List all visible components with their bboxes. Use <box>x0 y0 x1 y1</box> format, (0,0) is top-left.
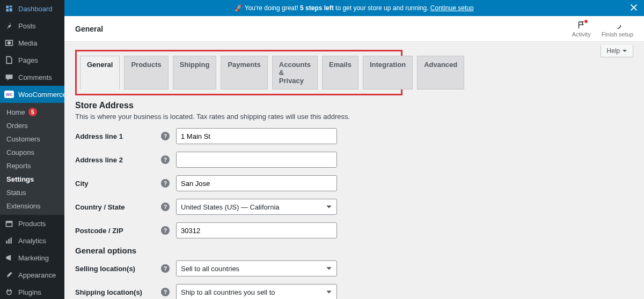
banner-text-suffix: to get your store up and running. <box>335 4 428 12</box>
tab-integration[interactable]: Integration <box>363 56 413 89</box>
row-address2: Address line 2 ? <box>75 152 633 168</box>
sidebar-label: Posts <box>18 22 36 30</box>
continue-setup-link[interactable]: Continue setup <box>430 4 474 12</box>
label-address2: Address line 2 <box>75 156 161 164</box>
svg-point-8 <box>614 21 621 28</box>
chevron-down-icon <box>326 265 332 272</box>
header-actions: Activity Finish setup <box>572 20 633 38</box>
help-icon[interactable]: ? <box>161 264 170 273</box>
sidebar-item-analytics[interactable]: Analytics <box>0 232 64 249</box>
tab-emails[interactable]: Emails <box>322 56 358 89</box>
row-country: Country / State ? United States (US) — C… <box>75 199 633 215</box>
sidebar-label: Appearance <box>18 271 56 279</box>
svg-point-0 <box>8 41 11 44</box>
help-tab[interactable]: Help <box>601 45 633 57</box>
sidebar-item-woocommerce[interactable]: wc WooCommerce <box>0 86 64 103</box>
select-shipping-value: Ship to all countries you sell to <box>181 288 275 296</box>
submenu-item-customers[interactable]: Customers <box>0 132 64 146</box>
sidebar-label: Plugins <box>18 288 41 296</box>
tab-advanced[interactable]: Advanced <box>417 56 464 89</box>
dashboard-icon <box>4 4 14 13</box>
svg-rect-4 <box>6 241 7 244</box>
submenu-label: Home <box>6 108 25 116</box>
home-badge: 5 <box>28 108 37 116</box>
sidebar-item-comments[interactable]: Comments <box>0 69 64 86</box>
row-address1: Address line 1 ? <box>75 128 633 144</box>
woocommerce-submenu: Home 5 Orders Customers Coupons Reports … <box>0 103 64 215</box>
sidebar-item-dashboard[interactable]: Dashboard <box>0 0 64 17</box>
chevron-down-icon <box>622 48 627 54</box>
input-postcode[interactable] <box>176 222 337 238</box>
woocommerce-icon: wc <box>4 89 14 99</box>
sidebar-item-pages[interactable]: Pages <box>0 51 64 69</box>
sidebar-label: Analytics <box>18 237 46 245</box>
select-selling-locations[interactable]: Sell to all countries <box>176 260 337 276</box>
sidebar-item-products[interactable]: Products <box>0 215 64 232</box>
brush-icon <box>4 270 14 280</box>
tab-shipping[interactable]: Shipping <box>173 56 217 89</box>
svg-rect-2 <box>6 221 13 222</box>
store-address-desc: This is where your business is located. … <box>75 113 633 121</box>
submenu-item-home[interactable]: Home 5 <box>0 105 64 119</box>
main-area: 🚀 You're doing great! 5 steps left to ge… <box>64 0 644 299</box>
submenu-item-orders[interactable]: Orders <box>0 119 64 132</box>
activity-button[interactable]: Activity <box>572 20 591 38</box>
submenu-item-coupons[interactable]: Coupons <box>0 146 64 159</box>
help-icon[interactable]: ? <box>161 226 170 235</box>
sidebar-label: Media <box>18 39 37 47</box>
help-icon[interactable]: ? <box>161 132 170 140</box>
sidebar-item-posts[interactable]: Posts <box>0 17 64 34</box>
settings-tabs: General Products Shipping Payments Accou… <box>80 56 398 89</box>
chart-icon <box>4 236 14 245</box>
banner-close-button[interactable] <box>629 3 639 14</box>
rocket-icon: 🚀 <box>235 4 243 12</box>
progress-icon <box>612 20 622 30</box>
submenu-item-settings[interactable]: Settings <box>0 173 64 186</box>
help-icon[interactable]: ? <box>161 203 170 211</box>
select-selling-value: Sell to all countries <box>181 265 239 273</box>
finish-label: Finish setup <box>602 31 633 38</box>
archive-icon <box>4 219 14 228</box>
sidebar-item-appearance[interactable]: Appearance <box>0 266 64 283</box>
comment-icon <box>4 72 14 82</box>
finish-setup-button[interactable]: Finish setup <box>602 20 633 38</box>
tab-accounts-privacy[interactable]: Accounts & Privacy <box>272 56 318 89</box>
help-icon[interactable]: ? <box>161 288 170 296</box>
admin-sidebar: Dashboard Posts Media Pages Comments wc … <box>0 0 64 299</box>
activity-dot-icon <box>584 20 588 23</box>
megaphone-icon <box>4 253 14 263</box>
select-country-value: United States (US) — California <box>181 203 280 211</box>
svg-rect-5 <box>8 239 9 244</box>
sidebar-label: Comments <box>18 73 52 81</box>
sidebar-label: Pages <box>18 56 38 64</box>
tab-payments[interactable]: Payments <box>221 56 267 89</box>
tab-general[interactable]: General <box>80 56 120 89</box>
help-icon[interactable]: ? <box>161 155 170 164</box>
chevron-down-icon <box>326 289 332 295</box>
input-city[interactable] <box>176 175 337 191</box>
content-area: Help General Products Shipping Payments … <box>64 42 644 299</box>
sidebar-item-media[interactable]: Media <box>0 34 64 51</box>
select-country[interactable]: United States (US) — California <box>176 199 337 215</box>
store-address-heading: Store Address <box>75 101 633 110</box>
select-shipping-locations[interactable]: Ship to all countries you sell to <box>176 284 337 299</box>
sidebar-item-marketing[interactable]: Marketing <box>0 249 64 266</box>
input-address1[interactable] <box>176 128 337 144</box>
svg-rect-3 <box>6 222 12 226</box>
row-city: City ? <box>75 175 633 191</box>
setup-banner: 🚀 You're doing great! 5 steps left to ge… <box>64 0 644 16</box>
page-header: General Activity Finish setup <box>64 16 644 42</box>
submenu-item-extensions[interactable]: Extensions <box>0 199 64 213</box>
sidebar-label: WooCommerce <box>18 91 64 99</box>
pin-icon <box>4 21 14 31</box>
sidebar-item-plugins[interactable]: Plugins <box>0 283 64 299</box>
label-selling: Selling location(s) <box>75 265 161 273</box>
submenu-item-status[interactable]: Status <box>0 186 64 199</box>
tabs-highlight-box: General Products Shipping Payments Accou… <box>75 50 402 95</box>
submenu-item-reports[interactable]: Reports <box>0 159 64 173</box>
input-address2[interactable] <box>176 152 337 168</box>
tab-products[interactable]: Products <box>124 56 168 89</box>
plug-icon <box>4 287 14 297</box>
help-icon[interactable]: ? <box>161 179 170 188</box>
row-shipping-locations: Shipping location(s) ? Ship to all count… <box>75 284 633 299</box>
